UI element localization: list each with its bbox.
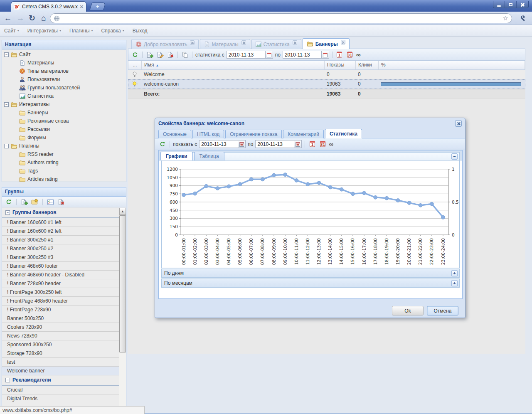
last-day-button[interactable]: 31 bbox=[346, 51, 354, 59]
group-list-item[interactable]: Banner 500x250 bbox=[2, 314, 119, 323]
tree-leaf[interactable]: Форумы bbox=[2, 133, 126, 142]
tab-Статистика[interactable]: Статистика bbox=[251, 39, 301, 49]
group-list-item[interactable]: ! Banner 300x250 #1 bbox=[2, 236, 119, 244]
group-list-item[interactable]: ! Banner 300x250 #2 bbox=[2, 244, 119, 253]
group-list-item[interactable]: ! Banner 468x60 header - Disabled bbox=[2, 271, 119, 279]
browser-tab[interactable]: Cetera CMS 3.0.2 www.xbi... ✕ bbox=[11, 1, 86, 12]
group-list-item[interactable]: ! FrontPage 468x60 header bbox=[2, 297, 119, 306]
minimize-button[interactable] bbox=[493, 1, 505, 8]
delete-button[interactable] bbox=[166, 51, 175, 59]
date-from-input[interactable] bbox=[227, 51, 266, 59]
dialog-close-icon[interactable] bbox=[455, 120, 462, 127]
bookmark-star-icon[interactable]: ☆ bbox=[503, 15, 508, 22]
tree-collapse-icon[interactable]: − bbox=[4, 52, 9, 57]
tree-leaf[interactable]: Рекламные слова bbox=[2, 117, 126, 125]
group-list-item[interactable]: ! Banner 300x250 #3 bbox=[2, 253, 119, 262]
browser-tab-close-icon[interactable]: ✕ bbox=[80, 4, 84, 10]
tree-leaf[interactable]: Типы материалов bbox=[2, 67, 126, 75]
group-list-item[interactable]: Sponsored 300x250 bbox=[2, 340, 119, 349]
dialog-header[interactable]: Свойства баннера: welcome-canon bbox=[155, 118, 465, 129]
dialog-tab-Ограничение показа[interactable]: Ограничение показа bbox=[225, 130, 282, 138]
column-header-Показы[interactable]: Показы bbox=[325, 61, 356, 69]
calendar-picker-icon[interactable] bbox=[294, 140, 302, 148]
refresh-button[interactable] bbox=[158, 140, 167, 148]
tab-Баннеры[interactable]: Баннеры bbox=[303, 38, 350, 49]
first-day-button[interactable]: 1 bbox=[335, 51, 344, 59]
menu-item-5[interactable]: Выход bbox=[133, 28, 148, 34]
months-panel-header[interactable]: По месяцам + bbox=[162, 279, 459, 287]
dialog-tab-HTML код[interactable]: HTML код bbox=[192, 130, 224, 138]
days-panel-header[interactable]: По дням + bbox=[162, 269, 459, 277]
home-button[interactable]: ⌂ bbox=[38, 13, 49, 24]
last-day-button[interactable]: 31 bbox=[318, 140, 327, 148]
group-list-item[interactable]: Coolers 728x90 bbox=[2, 323, 119, 332]
dialog-tab-Комментарий[interactable]: Комментарий bbox=[283, 130, 324, 138]
group-section-header[interactable]: −Рекламодатели bbox=[2, 375, 119, 386]
date-to-input[interactable] bbox=[255, 140, 294, 148]
calendar-picker-icon[interactable] bbox=[238, 140, 246, 148]
calendar-picker-icon[interactable] bbox=[266, 51, 273, 59]
scrollbar-thumb[interactable] bbox=[119, 215, 126, 352]
tree-leaf[interactable]: Материалы bbox=[2, 59, 126, 67]
forward-button[interactable]: → bbox=[15, 13, 26, 24]
group-list-item[interactable]: ! Banner 728x90 header bbox=[2, 279, 119, 288]
tree-node[interactable]: −Интерактивы bbox=[2, 100, 126, 108]
group-list-item[interactable]: Digital Trends bbox=[2, 394, 119, 403]
groups-scrollbar[interactable]: ▲ ▼ bbox=[119, 208, 126, 414]
scroll-up-icon[interactable]: ▲ bbox=[119, 208, 126, 215]
tree-leaf[interactable]: RSS reader bbox=[2, 150, 126, 158]
date-from-input[interactable] bbox=[199, 140, 238, 148]
tree-leaf[interactable]: Tags bbox=[2, 167, 126, 175]
refresh-button[interactable] bbox=[131, 51, 139, 59]
expand-icon[interactable]: + bbox=[451, 280, 458, 286]
ok-button[interactable]: Ok bbox=[392, 306, 424, 315]
address-bar[interactable]: ☆ bbox=[50, 13, 512, 23]
tab-close-icon[interactable] bbox=[341, 40, 345, 44]
add-folder-button[interactable] bbox=[31, 198, 39, 206]
tree-leaf[interactable]: Пользователи bbox=[2, 75, 126, 84]
cancel-button[interactable]: Отмена bbox=[427, 306, 458, 315]
group-list-item[interactable]: ! Banner 160x600 #2 left bbox=[2, 227, 119, 236]
menu-item-4[interactable]: Справка▾ bbox=[101, 28, 124, 34]
group-list-item[interactable]: News 728x90 bbox=[2, 332, 119, 340]
group-list-item[interactable]: Welcome banner bbox=[2, 367, 119, 375]
tab-Материалы[interactable]: Материалы bbox=[200, 39, 250, 49]
group-section-header[interactable]: −Группы баннеров bbox=[2, 208, 119, 218]
dialog-subtab-Таблица[interactable]: Таблица bbox=[194, 152, 224, 160]
tree-collapse-icon[interactable]: − bbox=[4, 144, 9, 148]
reload-button[interactable]: ↻ bbox=[27, 13, 37, 24]
table-row[interactable]: welcome-canon190630 bbox=[128, 79, 525, 89]
delete-button[interactable] bbox=[57, 198, 65, 206]
menu-item-1[interactable]: Сайт▾ bbox=[4, 28, 19, 34]
dialog-subtab-Графики[interactable]: Графики bbox=[160, 152, 193, 160]
tab-close-icon[interactable] bbox=[241, 40, 246, 45]
group-list-item[interactable]: ! Banner 160x600 #1 left bbox=[2, 218, 119, 227]
collapse-icon[interactable]: − bbox=[451, 153, 458, 160]
tree-leaf[interactable]: Группы пользователей bbox=[2, 84, 126, 92]
new-tab-button[interactable]: + bbox=[89, 2, 106, 10]
edit-button[interactable] bbox=[156, 51, 164, 59]
column-header-...[interactable]: ... bbox=[128, 61, 142, 69]
column-header-%[interactable]: % bbox=[379, 61, 525, 69]
group-list-item[interactable]: Storage 728x90 bbox=[2, 349, 119, 358]
tab-close-icon[interactable] bbox=[190, 40, 195, 45]
tree-leaf[interactable]: Статистика bbox=[2, 92, 126, 100]
dialog-tab-Статистика[interactable]: Статистика bbox=[325, 129, 362, 138]
tree-leaf[interactable]: Баннеры bbox=[2, 108, 126, 117]
menu-item-3[interactable]: Плагины▾ bbox=[69, 28, 93, 34]
date-to-input[interactable] bbox=[283, 51, 322, 59]
first-day-button[interactable]: 1 bbox=[308, 140, 316, 148]
tree-leaf[interactable]: Рассылки bbox=[2, 125, 126, 133]
copy-button[interactable] bbox=[181, 51, 189, 59]
group-list-item[interactable]: ! Banner 468x60 footer bbox=[2, 262, 119, 271]
checklist-button[interactable] bbox=[46, 198, 54, 206]
column-header-Имя[interactable]: Имя▲ bbox=[142, 61, 325, 69]
tree-node[interactable]: −Плагины bbox=[2, 142, 126, 150]
tree-collapse-icon[interactable]: − bbox=[4, 102, 9, 107]
group-list-item[interactable]: Crucial bbox=[2, 386, 119, 394]
refresh-button[interactable] bbox=[5, 198, 13, 206]
add-button[interactable] bbox=[145, 51, 154, 59]
close-button[interactable] bbox=[517, 1, 528, 8]
group-list-item[interactable]: ! FrontPage 300x250 left bbox=[2, 288, 119, 297]
expand-icon[interactable]: + bbox=[451, 270, 458, 276]
